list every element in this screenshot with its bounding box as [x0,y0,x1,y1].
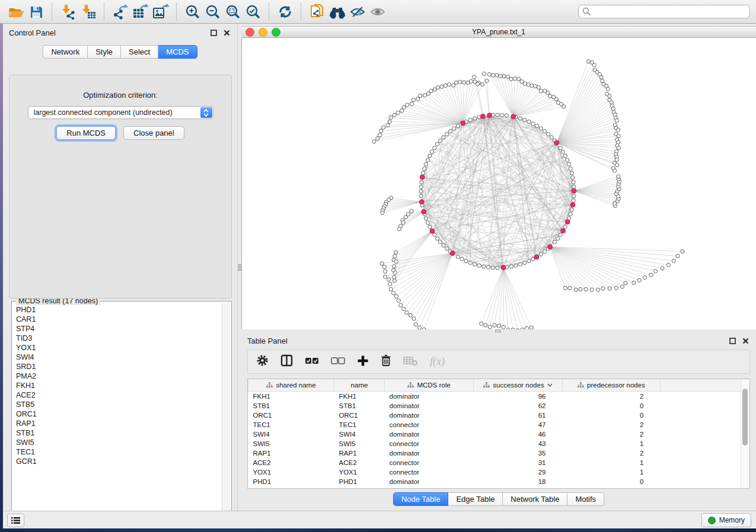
column-header-shared-name[interactable]: shared name [248,379,334,392]
tab-node-table[interactable]: Node Table [393,492,449,506]
table-row[interactable]: SWI4SWI4dominator462 [248,430,741,439]
cell-MCDS-role[interactable]: dominator [385,448,474,458]
cell-shared-name[interactable]: SWI4 [248,430,334,439]
run-mcds-button[interactable]: Run MCDS [56,126,116,140]
list-item[interactable]: SWI5 [16,438,222,447]
column-header-name[interactable]: name [334,379,385,392]
list-item[interactable]: STB5 [16,400,222,409]
import-network-button[interactable] [58,2,78,21]
scrollbar-thumb[interactable] [742,389,748,446]
tab-mcds[interactable]: MCDS [158,45,197,59]
cell-successor-nodes[interactable]: 46 [474,430,563,439]
mcds-result-list[interactable]: PHD1CAR1STP4TID3YOX1SWI4SRD1PMA2FKH1ACE2… [13,303,222,520]
cell-shared-name[interactable]: TEC1 [248,420,334,430]
list-item[interactable]: PHD1 [16,305,222,315]
search-input[interactable] [578,5,750,18]
export-table-button[interactable] [130,2,151,21]
cell-successor-nodes[interactable]: 96 [474,392,563,402]
export-image-button[interactable] [151,2,171,21]
network-canvas[interactable] [241,38,756,331]
cell-name[interactable]: ACE2 [334,458,385,467]
cell-MCDS-role[interactable]: dominator [385,430,474,439]
cell-successor-nodes[interactable]: 35 [474,448,563,458]
column-header-successor-nodes[interactable]: successor nodes [474,379,563,392]
export-network-button[interactable] [110,2,130,21]
float-panel-icon[interactable] [209,28,218,37]
cell-name[interactable]: PHD1 [334,477,385,486]
delete-column-button[interactable] [381,354,391,369]
column-header-MCDS-role[interactable]: MCDS role [385,379,474,392]
cell-predecessor-nodes[interactable]: 2 [563,392,661,402]
select-all-button[interactable] [305,357,319,367]
tab-select[interactable]: Select [121,45,158,59]
column-header-predecessor-nodes[interactable]: predecessor nodes [563,379,661,392]
cell-MCDS-role[interactable]: dominator [385,401,474,411]
cell-successor-nodes[interactable]: 31 [474,458,563,467]
open-session-button[interactable] [6,2,26,21]
table-row[interactable]: ORC1ORC1dominator610 [248,411,741,420]
memory-button[interactable]: Memory [701,513,751,527]
refresh-view-button[interactable] [275,2,295,21]
list-item[interactable]: ACE2 [16,390,222,400]
list-item[interactable]: STP4 [16,324,222,334]
tab-edge-table[interactable]: Edge Table [448,492,503,506]
cell-successor-nodes[interactable]: 18 [474,477,563,486]
cell-shared-name[interactable]: FKH1 [248,392,334,402]
tab-motifs[interactable]: Motifs [567,492,604,506]
cell-successor-nodes[interactable]: 47 [474,420,563,430]
table-row[interactable]: ACE2ACE2connector311 [248,458,741,467]
cell-successor-nodes[interactable]: 61 [474,411,563,420]
search-network-button[interactable] [327,2,347,21]
cell-shared-name[interactable]: RAP1 [248,448,334,458]
cell-MCDS-role[interactable]: connector [385,458,474,467]
zoom-fit-button[interactable] [223,2,243,21]
duplicate-network-button[interactable] [307,2,327,21]
table-row[interactable]: FKH1FKH1dominator962 [248,392,741,402]
tab-style[interactable]: Style [88,45,121,59]
show-panels-button[interactable] [7,514,24,527]
list-item[interactable]: SRD1 [16,362,222,371]
cell-successor-nodes[interactable]: 43 [474,439,563,448]
import-table-button[interactable] [78,2,98,21]
list-item[interactable]: PMA2 [16,371,222,381]
cell-successor-nodes[interactable]: 29 [474,467,563,477]
cell-name[interactable]: STB1 [334,401,385,411]
table-scrollbar[interactable] [741,379,749,488]
cell-MCDS-role[interactable]: connector [385,467,474,477]
close-panel-icon[interactable] [222,28,231,37]
table-settings-button[interactable] [256,354,269,369]
cell-predecessor-nodes[interactable]: 1 [563,458,661,467]
save-session-button[interactable] [26,2,46,21]
list-item[interactable]: SWI4 [16,352,222,362]
close-panel-button[interactable]: Close panel [123,126,184,140]
table-row[interactable]: PHD1PHD1dominator180 [248,477,741,486]
cell-name[interactable]: SWI4 [334,430,385,439]
cell-MCDS-role[interactable]: dominator [385,392,474,402]
add-column-button[interactable] [357,355,369,369]
cell-predecessor-nodes[interactable]: 0 [563,477,661,486]
hide-details-button[interactable] [347,2,368,21]
node-table-grid[interactable]: shared namenameMCDS rolesuccessor nodesp… [248,379,741,486]
cell-successor-nodes[interactable]: 62 [474,401,563,411]
cell-predecessor-nodes[interactable]: 2 [563,430,661,439]
float-panel-icon[interactable] [728,336,737,345]
list-item[interactable]: YOX1 [16,343,222,352]
deselect-all-button[interactable] [331,357,345,367]
cell-shared-name[interactable]: PHD1 [248,477,334,486]
cell-name[interactable]: ORC1 [334,411,385,420]
show-columns-button[interactable] [280,354,293,369]
delete-table-button[interactable] [403,355,418,368]
cell-predecessor-nodes[interactable]: 1 [563,467,661,477]
cell-name[interactable]: RAP1 [334,448,385,458]
cell-predecessor-nodes[interactable]: 2 [563,448,661,458]
table-row[interactable]: YOX1YOX1connector291 [248,467,741,477]
cell-MCDS-role[interactable]: dominator [385,411,474,420]
list-item[interactable]: GCR1 [16,457,222,466]
list-item[interactable]: TEC1 [16,447,222,457]
tab-network-table[interactable]: Network Table [503,492,567,506]
cell-shared-name[interactable]: SWI5 [248,439,334,448]
list-item[interactable]: RAP1 [16,419,222,428]
zoom-in-button[interactable] [183,2,203,21]
cell-name[interactable]: YOX1 [334,467,385,477]
cell-MCDS-role[interactable]: dominator [385,477,474,486]
